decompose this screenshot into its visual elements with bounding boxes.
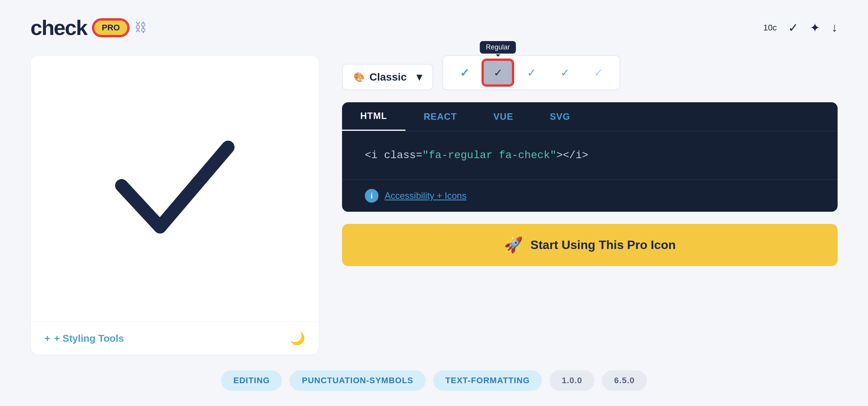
tab-vue[interactable]: VUE [475, 102, 531, 131]
code-tag-open: <i class= [365, 149, 422, 161]
logo-text: check [30, 15, 87, 40]
info-icon: i [365, 189, 379, 203]
icon-preview-panel: + + Styling Tools 🌙 [30, 55, 319, 355]
check-mark-duotone: ✓ [594, 67, 603, 79]
cta-button[interactable]: 🚀 Start Using This Pro Icon [342, 224, 838, 266]
main-content: + + Styling Tools 🌙 🎨 Classic ▾ ✓ [30, 55, 838, 355]
styling-tools-button[interactable]: + + Styling Tools [44, 333, 124, 344]
check-mark-light: ✓ [527, 67, 536, 79]
style-btn-solid[interactable]: ✓ [449, 60, 480, 86]
style-btn-thin[interactable]: ✓ [550, 60, 580, 86]
check-mark-thin: ✓ [561, 67, 569, 79]
check-button[interactable]: ✓ [788, 21, 798, 35]
header-actions: 10c ✓ ✦ ↓ [763, 21, 838, 35]
code-tabs: HTML REACT VUE SVG [342, 102, 838, 131]
dark-mode-button[interactable]: 🌙 [290, 331, 305, 346]
link-icon[interactable]: ⛓ [135, 21, 147, 35]
rocket-icon: 🚀 [504, 236, 523, 254]
cta-text: Start Using This Pro Icon [531, 238, 676, 252]
panel-footer: + + Styling Tools 🌙 [31, 322, 319, 355]
classic-label: Classic [369, 71, 407, 83]
tab-svg[interactable]: SVG [532, 102, 589, 131]
code-tag-close: ></i> [556, 149, 588, 161]
sparkle-button[interactable]: ✦ [810, 21, 820, 35]
logo-area: check PRO ⛓ [30, 15, 147, 40]
tag-version-1[interactable]: 1.0.0 [550, 370, 594, 391]
code-content: <i class="fa-regular fa-check"></i> [342, 131, 838, 179]
check-mark: ✓ [460, 66, 469, 79]
code-class-value: "fa-regular fa-check" [422, 149, 556, 161]
style-selector-row: 🎨 Classic ▾ ✓ Regular ✓ [342, 55, 838, 90]
style-buttons-group: ✓ Regular ✓ ✓ ✓ [442, 55, 620, 90]
styling-tools-label: + Styling Tools [54, 333, 124, 344]
tab-html[interactable]: HTML [342, 102, 405, 131]
tooltip-regular: Regular [480, 41, 516, 54]
tag-editing[interactable]: EDITING [221, 370, 282, 391]
tab-react[interactable]: REACT [405, 102, 475, 131]
code-footer: i Accessibility + Icons [342, 179, 838, 212]
download-button[interactable]: ↓ [832, 21, 838, 35]
tag-text-formatting[interactable]: TEXT-FORMATTING [433, 370, 542, 391]
right-panel: 🎨 Classic ▾ ✓ Regular ✓ [342, 55, 838, 355]
header: check PRO ⛓ 10c ✓ ✦ ↓ [30, 15, 838, 40]
tag-version-6[interactable]: 6.5.0 [602, 370, 647, 391]
bottom-tags: EDITING PUNCTUATION-SYMBOLS TEXT-FORMATT… [30, 370, 838, 391]
check-mark-regular: ✓ [494, 67, 502, 79]
icon-display [31, 56, 319, 322]
accessibility-link[interactable]: Accessibility + Icons [385, 190, 466, 201]
style-btn-duotone[interactable]: ✓ [583, 60, 613, 86]
plus-icon: + [44, 333, 50, 344]
header-version: 10c [763, 23, 777, 33]
palette-icon: 🎨 [353, 72, 365, 82]
check-icon-svg [114, 135, 236, 242]
chevron-down-icon: ▾ [417, 71, 422, 83]
classic-dropdown[interactable]: 🎨 Classic ▾ [342, 64, 433, 90]
tag-punctuation[interactable]: PUNCTUATION-SYMBOLS [290, 370, 426, 391]
code-panel: HTML REACT VUE SVG <i class="fa-regular … [342, 102, 838, 212]
style-btn-light[interactable]: ✓ [516, 60, 546, 86]
style-btn-regular[interactable]: Regular ✓ [483, 60, 513, 86]
pro-badge: PRO [93, 19, 129, 36]
